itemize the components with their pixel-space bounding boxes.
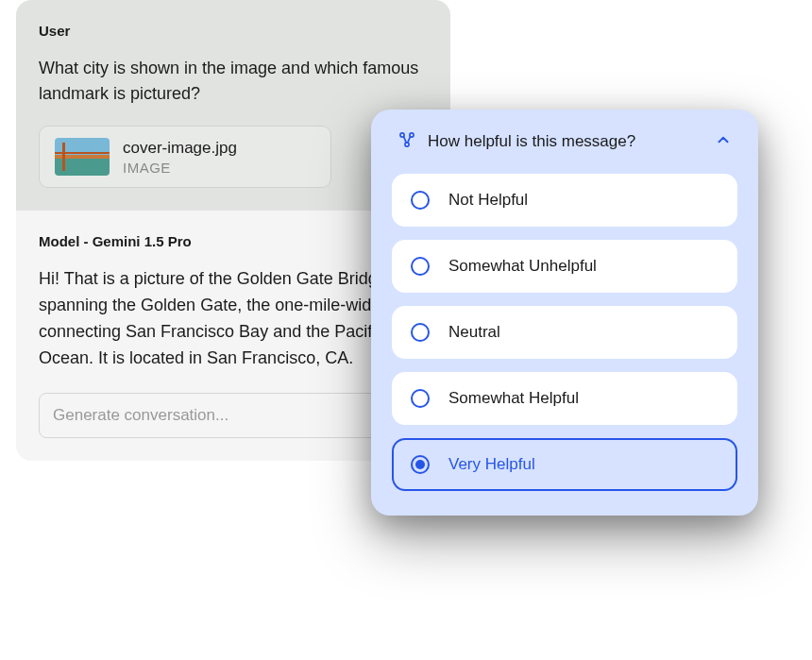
attachment-type: IMAGE xyxy=(123,160,237,176)
attachment-thumbnail xyxy=(55,138,110,176)
rating-option-label: Somewhat Unhelpful xyxy=(448,257,597,276)
attachment-info: cover-image.jpg IMAGE xyxy=(123,139,237,176)
rating-option-somewhat-helpful[interactable]: Somewhat Helpful xyxy=(392,372,737,425)
generate-input[interactable] xyxy=(53,406,393,425)
rating-option-label: Somewhat Helpful xyxy=(448,389,579,408)
radio-icon xyxy=(411,389,430,408)
user-message: What city is shown in the image and whic… xyxy=(39,56,428,107)
model-message: Hi! That is a picture of the Golden Gate… xyxy=(39,266,428,372)
svg-point-4 xyxy=(405,143,409,146)
chevron-up-icon[interactable] xyxy=(715,131,732,152)
rating-option-label: Neutral xyxy=(448,323,500,342)
radio-icon xyxy=(411,191,430,210)
input-row xyxy=(39,393,428,438)
rating-title: How helpful is this message? xyxy=(428,132,703,151)
radio-icon xyxy=(411,257,430,276)
rating-option-neutral[interactable]: Neutral xyxy=(392,306,737,359)
user-label: User xyxy=(39,23,428,39)
radio-icon xyxy=(411,323,430,342)
rating-option-label: Not Helpful xyxy=(448,191,528,210)
rating-options: Not Helpful Somewhat Unhelpful Neutral S… xyxy=(392,174,737,491)
tuning-icon xyxy=(398,130,416,153)
rating-option-label: Very Helpful xyxy=(448,455,535,474)
rating-option-very-helpful[interactable]: Very Helpful xyxy=(392,438,737,491)
rating-card: How helpful is this message? Not Helpful… xyxy=(371,110,758,516)
attachment-filename: cover-image.jpg xyxy=(123,139,237,158)
rating-header: How helpful is this message? xyxy=(392,130,737,153)
attachment[interactable]: cover-image.jpg IMAGE xyxy=(39,126,331,188)
rating-option-not-helpful[interactable]: Not Helpful xyxy=(392,174,737,227)
radio-icon xyxy=(411,455,430,474)
model-label: Model - Gemini 1.5 Pro xyxy=(39,233,428,249)
rating-option-somewhat-unhelpful[interactable]: Somewhat Unhelpful xyxy=(392,240,737,293)
